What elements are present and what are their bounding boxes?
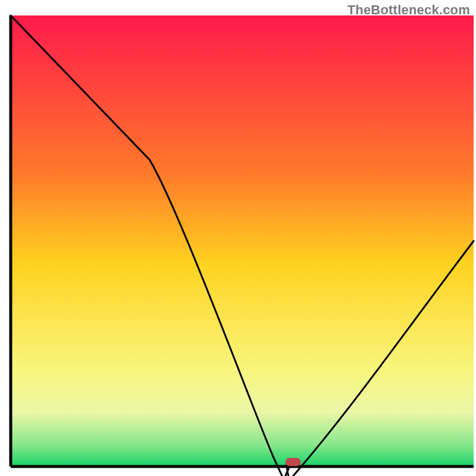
chart-container: TheBottleneck.com: [0, 0, 476, 476]
optimal-point-marker: [286, 458, 301, 466]
watermark-text: TheBottleneck.com: [347, 2, 470, 18]
plot-background: [11, 15, 474, 466]
bottleneck-chart: [0, 0, 476, 476]
